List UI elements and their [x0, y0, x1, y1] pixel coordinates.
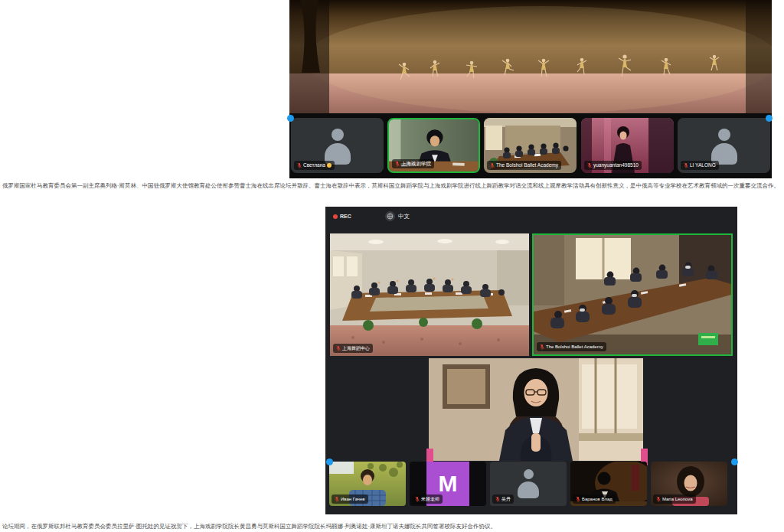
mic-muted-icon	[684, 162, 688, 168]
participant-strip: Светлана 上海戏剧学院	[289, 113, 772, 178]
mic-muted-icon	[576, 496, 580, 502]
participant-name: 米娅老师	[421, 497, 439, 501]
mic-muted-icon	[335, 496, 339, 502]
mic-muted-icon	[395, 161, 400, 167]
participant-name: 上海戏剧学院	[401, 162, 431, 167]
participant-tile-bolshoi-academy: The Bolshoi Ballet Academy	[484, 118, 577, 173]
room-name: The Bolshoi Ballet Academy	[546, 344, 603, 349]
selection-handle-left-bottom-image[interactable]	[326, 459, 333, 465]
video-conference-room-shanghai	[330, 233, 529, 356]
participant-label: LI YALONG	[681, 161, 719, 170]
participant-tile-yuanyuantan: yuanyuantan498510	[581, 118, 674, 173]
mic-muted-icon	[587, 162, 592, 168]
participant-name: The Bolshoi Ballet Academy	[496, 163, 558, 168]
globe-icon	[385, 211, 395, 221]
participant-label: The Bolshoi Ballet Academy	[487, 161, 561, 170]
participant-label: Светлана	[294, 161, 335, 170]
participant-label: 吴丹	[492, 494, 514, 504]
room-label: 上海舞蹈中心	[333, 344, 373, 353]
participant-tile-ivan: Иван Гачев	[329, 462, 406, 506]
selection-handle-right-top-image[interactable]	[766, 115, 773, 122]
participant-name: Maria Leonova	[662, 497, 693, 501]
participant-label: 上海戏剧学院	[392, 159, 434, 168]
selection-handle-left-top-image[interactable]	[287, 115, 294, 122]
selection-handle-right-bottom-image[interactable]	[731, 459, 738, 465]
participant-label: Maria Leonova	[653, 494, 696, 504]
participant-tile-maria-leonova: Maria Leonova	[651, 462, 727, 506]
participant-label: 米娅老师	[412, 494, 443, 504]
speaker-video-tile	[429, 358, 643, 461]
article-page: { "page": { "background": "#ffffff" }, "…	[0, 0, 784, 532]
participant-tile-shanghai-theatre-academy: 上海戏剧学院	[387, 118, 480, 173]
language-label: 中文	[398, 213, 410, 220]
mic-muted-icon	[415, 496, 420, 502]
mic-muted-icon	[540, 344, 544, 350]
rec-label: REC	[340, 214, 351, 219]
article-paragraph-2: 论坛期间，在俄罗斯联邦杜马教育委员会委员拉里萨·图托娃的见证祝贺下，上海戏剧学院…	[2, 523, 783, 530]
participant-label: Баранов Влад	[573, 494, 616, 504]
room-label: The Bolshoi Ballet Academy	[537, 342, 606, 351]
article-image-top[interactable]: Светлана 上海戏剧学院	[289, 0, 772, 178]
participant-name: 吴丹	[501, 497, 511, 501]
video-conference-room-bolshoi	[534, 235, 731, 354]
participant-name: Иван Гачев	[341, 497, 365, 501]
participant-name: yuanyuantan498510	[593, 163, 639, 168]
participant-name: Светлана	[303, 163, 325, 168]
mic-muted-icon	[495, 496, 500, 502]
participant-name: Баранов Влад	[582, 497, 612, 501]
participant-tile-m-avatar: M 米娅老师	[410, 462, 486, 506]
mic-muted-icon	[656, 496, 661, 502]
room-tile-bolshoi-academy: The Bolshoi Ballet Academy	[532, 233, 733, 356]
participant-tile-baranov: Баранов Влад	[570, 462, 647, 506]
smiley-emoji-icon	[327, 163, 332, 168]
interpretation-language: 中文	[385, 211, 410, 221]
participant-label: yuanyuantan498510	[584, 161, 642, 170]
participant-tile-li-yalong: LI YALONG	[678, 118, 770, 173]
participant-name: LI YALONG	[690, 163, 716, 168]
article-paragraph-1: 俄罗斯国家杜马教育委员会第一副主席奥列格·斯莫林、中国驻俄罗斯大使馆教育处公使衔…	[2, 182, 783, 189]
room-name: 上海舞蹈中心	[342, 346, 370, 351]
ballet-stage-photo	[289, 0, 772, 113]
mic-muted-icon	[297, 162, 302, 168]
participant-tile-wudan: 吴丹	[490, 462, 567, 506]
participant-label: Иван Гачев	[332, 494, 368, 504]
mic-muted-icon	[490, 162, 495, 168]
participant-tile-svetlana: Светлана	[291, 118, 384, 173]
article-image-bottom[interactable]: REC 中文	[325, 207, 737, 514]
rec-dot-icon	[333, 214, 338, 219]
mic-muted-icon	[336, 345, 341, 351]
room-tile-shanghai-dance-center: 上海舞蹈中心	[330, 233, 529, 356]
rec-indicator: REC	[333, 214, 351, 219]
video-speaking-woman	[429, 358, 643, 461]
